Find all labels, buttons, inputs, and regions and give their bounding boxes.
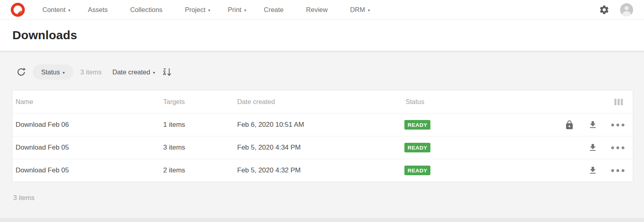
caret-down-icon: ▾	[153, 70, 155, 75]
column-settings-button[interactable]	[614, 99, 633, 105]
status-badge: READY	[404, 143, 430, 152]
more-actions-button[interactable]	[611, 146, 624, 149]
column-header-name[interactable]: Name	[12, 98, 163, 106]
nav-item-label: Create	[264, 6, 284, 14]
cell-date-created: Feb 5, 2020 4:34 PM	[237, 144, 404, 152]
nav-item-assets[interactable]: Assets ▾	[88, 6, 113, 14]
cell-name: Download Feb 06	[12, 121, 163, 129]
toolbar-items-count: 3 items	[80, 68, 102, 76]
cell-targets: 2 items	[163, 166, 237, 174]
more-actions-button[interactable]	[611, 169, 624, 172]
nav-item-create[interactable]: Create ▾	[264, 6, 289, 14]
nav-item-label: Print	[228, 6, 242, 14]
nav-item-review[interactable]: Review ▾	[306, 6, 332, 14]
page-title: Downloads	[12, 28, 77, 42]
brand-logo[interactable]	[11, 3, 25, 17]
sort-descending-icon: Z A	[163, 68, 166, 76]
nav-item-label: Review	[306, 6, 328, 14]
navbar-right	[599, 3, 633, 16]
downloads-table: Name Targets Date created Status Downloa…	[12, 90, 633, 182]
download-button[interactable]	[588, 120, 598, 130]
sort-field-dropdown[interactable]: Date created ▾	[112, 68, 155, 76]
cell-date-created: Feb 6, 2020 10:51 AM	[237, 121, 404, 129]
nav-item-drm[interactable]: DRM ▾	[350, 6, 370, 14]
viewport-bottom-edge	[0, 218, 644, 222]
sort-letter-bottom: A	[163, 72, 166, 76]
column-header-date-created[interactable]: Date created	[237, 98, 404, 106]
table-row[interactable]: Download Feb 06 1 items Feb 6, 2020 10:5…	[12, 113, 633, 136]
download-button[interactable]	[588, 142, 598, 153]
caret-down-icon: ▾	[368, 8, 370, 12]
column-settings-icon	[614, 99, 616, 105]
table-row[interactable]: Download Feb 05 2 items Feb 5, 2020 4:32…	[12, 159, 633, 182]
arrow-down-icon	[167, 68, 172, 76]
downloads-toolbar: Status ▾ 3 items Date created ▾ Z A	[16, 64, 644, 80]
ellipsis-icon	[611, 169, 624, 172]
page-header: Downloads	[0, 20, 644, 51]
status-filter-label: Status	[41, 68, 60, 76]
cell-targets: 3 items	[163, 144, 237, 152]
nav-item-label: Project	[185, 6, 205, 14]
cell-date-created: Feb 5, 2020 4:32 PM	[237, 166, 404, 174]
cell-name: Download Feb 05	[12, 166, 163, 174]
caret-down-icon: ▾	[244, 8, 246, 12]
download-button[interactable]	[588, 165, 598, 176]
table-header-row: Name Targets Date created Status	[12, 90, 633, 113]
more-actions-button[interactable]	[611, 124, 624, 126]
nav-item-label: Assets	[88, 6, 108, 14]
caret-down-icon: ▾	[63, 70, 65, 75]
download-icon	[588, 143, 598, 152]
download-icon	[588, 166, 598, 175]
column-header-status[interactable]: Status	[404, 98, 552, 106]
nav-item-project[interactable]: Project ▾	[185, 6, 210, 14]
user-avatar-icon	[620, 3, 633, 16]
caret-down-icon: ▾	[68, 8, 70, 12]
top-navbar: Content ▾ Assets ▾ Collections ▾ Project…	[0, 0, 644, 20]
nav-item-print[interactable]: Print ▾	[228, 6, 246, 14]
nav-item-label: DRM	[350, 6, 365, 14]
ellipsis-icon	[611, 146, 624, 149]
nav-item-label: Collections	[130, 6, 162, 14]
refresh-icon	[16, 67, 26, 77]
sort-direction-button[interactable]: Z A	[163, 68, 172, 76]
status-badge: READY	[404, 120, 430, 130]
table-row[interactable]: Download Feb 05 3 items Feb 5, 2020 4:34…	[12, 136, 633, 159]
ellipsis-icon	[611, 124, 624, 126]
nav-item-collections[interactable]: Collections ▾	[130, 6, 167, 14]
column-header-targets[interactable]: Targets	[163, 98, 237, 106]
download-icon	[588, 120, 598, 130]
status-filter-button[interactable]: Status ▾	[33, 64, 73, 80]
user-avatar[interactable]	[620, 3, 633, 16]
cell-name: Download Feb 05	[12, 144, 163, 152]
nav-item-content[interactable]: Content ▾	[42, 6, 70, 14]
refresh-button[interactable]	[16, 67, 26, 77]
gear-icon	[599, 4, 610, 15]
status-badge: READY	[404, 166, 430, 175]
main-menu: Content ▾ Assets ▾ Collections ▾ Project…	[42, 6, 599, 14]
cell-targets: 1 items	[163, 121, 237, 129]
settings-button[interactable]	[599, 4, 610, 15]
nav-item-label: Content	[42, 6, 66, 14]
caret-down-icon: ▾	[208, 8, 210, 12]
brand-ring-logo	[11, 3, 25, 17]
lock-icon	[564, 120, 574, 130]
sort-field-label: Date created	[112, 68, 150, 76]
footer-items-count: 3 items	[13, 194, 644, 202]
